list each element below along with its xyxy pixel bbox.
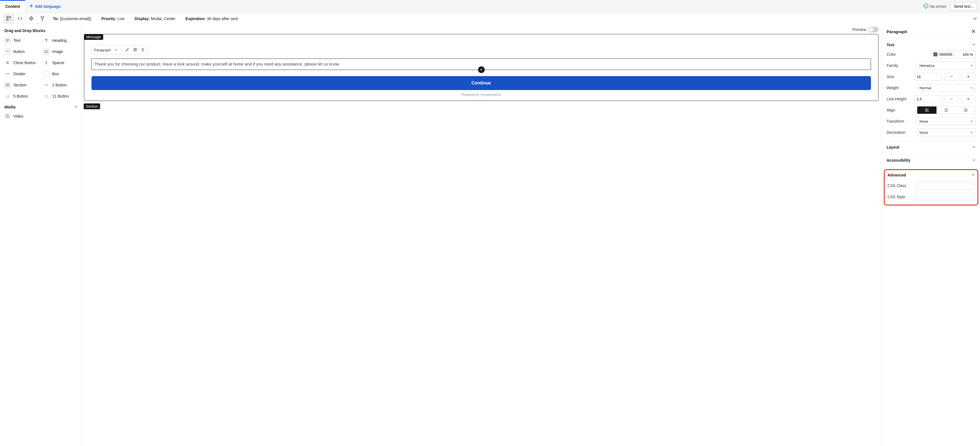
message-container[interactable]: ⋮⋮ Message Paragraph Thank you for choos… (84, 34, 878, 101)
section-accessibility-label: Accessibility (886, 158, 910, 162)
transform-value: None (920, 119, 928, 124)
block-label: Heading (52, 38, 67, 43)
no-errors-status: No errors (923, 3, 946, 9)
block-label: Close Button (13, 60, 36, 65)
family-label: Family (886, 63, 898, 68)
paragraph-block[interactable]: Thank you for choosing our product. Have… (91, 59, 871, 70)
svg-point-19 (6, 95, 7, 95)
continue-button[interactable]: Continue (91, 76, 871, 90)
block-button[interactable]: Button (3, 47, 40, 56)
align-left-button[interactable] (917, 106, 937, 114)
canvas: Preview ⋮⋮ Message Paragraph (82, 25, 882, 446)
svg-rect-13 (6, 84, 9, 85)
chevron-down-icon (972, 145, 975, 149)
css-style-label: CSS Style (888, 195, 905, 199)
media-section-toggle[interactable]: Media (5, 105, 78, 109)
block-label: Section (13, 83, 27, 87)
section-tag: Section (84, 103, 100, 109)
block-heading[interactable]: T Heading (42, 36, 79, 45)
block-section[interactable]: Section (3, 80, 40, 90)
target-icon (29, 16, 33, 21)
block-two-button[interactable]: 2 Button (42, 80, 79, 90)
lineheight-decrement[interactable]: − (944, 95, 959, 103)
family-value: Helvetica (920, 63, 934, 68)
align-right-button[interactable] (956, 106, 975, 114)
info-display-label: Display: (135, 16, 150, 21)
section-layout-label: Layout (886, 145, 899, 149)
svg-point-30 (47, 97, 48, 98)
block-divider[interactable]: Divider (3, 69, 40, 79)
button-icon (5, 49, 11, 55)
info-expiration: Expiration: 30 days after sent (185, 16, 238, 21)
block-text[interactable]: Text (3, 36, 40, 45)
svg-point-28 (47, 96, 48, 97)
svg-point-18 (47, 86, 48, 86)
element-toolbar: Paragraph (91, 45, 148, 55)
spacer-icon (43, 60, 49, 66)
svg-rect-9 (41, 16, 44, 18)
align-center-button[interactable] (937, 106, 956, 114)
block-spacer[interactable]: Spacer (42, 58, 79, 67)
add-below-button[interactable]: + (478, 66, 485, 73)
css-style-input[interactable] (916, 193, 975, 201)
svg-point-15 (45, 84, 46, 85)
duplicate-icon[interactable] (132, 48, 137, 52)
color-swatch-icon (933, 52, 938, 57)
lineheight-input[interactable] (914, 95, 942, 103)
svg-rect-2 (9, 16, 11, 18)
color-hex-value: 666666 (939, 52, 952, 57)
section-layout-toggle[interactable]: Layout (886, 145, 975, 149)
lineheight-increment[interactable]: + (961, 95, 975, 103)
view-settings-button[interactable] (25, 14, 37, 24)
send-test-button[interactable]: Send test... (950, 2, 977, 11)
view-code-button[interactable] (14, 14, 25, 24)
size-input[interactable] (914, 73, 942, 81)
color-input[interactable]: 666666 (931, 51, 955, 58)
section-text-toggle[interactable]: Text (886, 43, 975, 47)
view-style-button[interactable] (37, 14, 48, 24)
view-mode-toggles (3, 14, 48, 24)
block-five-button[interactable]: 5 Button (3, 91, 40, 101)
svg-point-16 (47, 84, 48, 85)
weight-value: Normal (920, 86, 931, 90)
block-label: Button (13, 49, 25, 54)
block-image[interactable]: Image (42, 47, 79, 56)
block-video[interactable]: Video (3, 111, 79, 121)
block-label: 5 Button (13, 94, 28, 98)
size-decrement[interactable]: − (944, 73, 959, 81)
chevron-down-icon[interactable] (114, 48, 119, 52)
collapse-info-button[interactable] (973, 16, 977, 21)
family-select[interactable]: Helvetica (917, 62, 975, 70)
preview-label: Preview (852, 27, 866, 32)
preview-toggle[interactable] (869, 27, 878, 32)
block-box[interactable]: Box (42, 69, 79, 79)
view-blocks-button[interactable] (3, 14, 14, 24)
close-panel-button[interactable]: ✕ (971, 29, 975, 35)
css-class-input[interactable] (916, 182, 975, 190)
add-language-button[interactable]: Add language (25, 0, 65, 13)
drag-dots-icon (5, 93, 11, 99)
paint-icon (40, 16, 45, 21)
trash-icon[interactable] (140, 48, 145, 52)
tab-content[interactable]: Content (0, 0, 25, 13)
chevron-down-icon (970, 130, 973, 135)
edit-icon[interactable] (125, 48, 130, 52)
block-eleven-button[interactable]: 11 Button (42, 91, 79, 101)
block-close-button[interactable]: Close Button (3, 58, 40, 67)
blocks-heading: Drag and Drop Blocks (3, 29, 79, 33)
svg-point-24 (8, 97, 9, 98)
css-class-label: CSS Class (888, 183, 906, 188)
decoration-select[interactable]: None (917, 129, 975, 136)
size-increment[interactable]: + (961, 73, 975, 81)
box-icon (43, 71, 49, 77)
section-advanced-toggle[interactable]: Advanced (888, 173, 975, 177)
svg-point-8 (30, 17, 32, 19)
section-accessibility-toggle[interactable]: Accessibility (886, 158, 975, 162)
weight-label: Weight (886, 86, 899, 90)
info-expiration-value: 30 days after sent (207, 16, 238, 21)
color-opacity-input[interactable] (957, 51, 975, 58)
weight-select[interactable]: Normal (917, 84, 975, 92)
transform-select[interactable]: None (917, 117, 975, 125)
message-tag: Message (84, 34, 103, 40)
blocks-icon (6, 16, 11, 21)
